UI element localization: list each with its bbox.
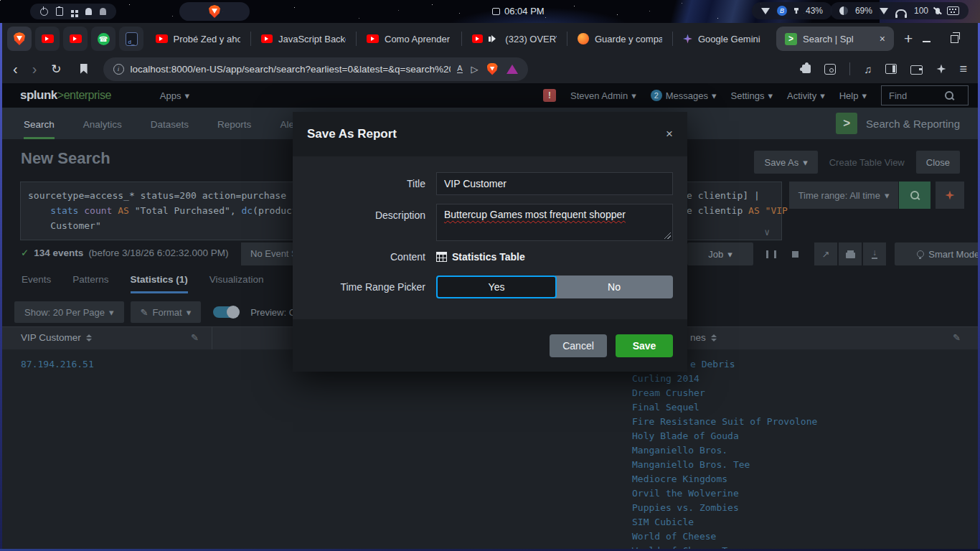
close-modal-icon[interactable]: × — [666, 127, 673, 141]
pause-icon[interactable] — [766, 250, 776, 258]
tab-como-aprender[interactable]: Como Aprender — [358, 27, 460, 51]
product-name-cell[interactable]: Final Sequel — [632, 402, 699, 413]
brave-rewards-icon[interactable] — [507, 65, 518, 74]
product-name-cell[interactable]: Fire Resistance Suit of Provolone — [632, 416, 817, 427]
settings-menu[interactable]: Settings ▾ — [731, 90, 773, 101]
url-bar[interactable]: i localhost:8000/en-US/app/search/search… — [103, 57, 528, 81]
tab-javascript-backend[interactable]: JavaScript Backe — [253, 27, 354, 51]
tab-splunk-search-active[interactable]: > Search | Spl × — [776, 27, 894, 51]
save-as-button[interactable]: Save As ▾ — [754, 151, 817, 174]
save-button[interactable]: Save — [616, 334, 673, 357]
reload-icon[interactable]: ↻ — [51, 62, 61, 77]
find-input[interactable] — [887, 90, 941, 102]
preview-toggle[interactable] — [213, 306, 239, 318]
export-button[interactable]: ↓ — [863, 242, 886, 265]
share-button[interactable]: ↗ — [814, 242, 837, 265]
restore-icon[interactable] — [951, 35, 958, 43]
product-name-cell[interactable]: Mediocre Kingdoms — [632, 474, 727, 484]
dock-brave-launcher[interactable] — [179, 2, 250, 21]
pinned-tab-app[interactable]: d_ — [119, 27, 143, 51]
minimize-icon[interactable] — [923, 35, 930, 42]
trp-no-button[interactable]: No — [555, 276, 673, 298]
clock[interactable]: 06:04 PM — [492, 6, 545, 17]
tab-patterns[interactable]: Patterns — [72, 274, 108, 293]
product-name-cell[interactable]: Puppies vs. Zombies — [632, 502, 739, 513]
product-name-cell[interactable]: Dream Crusher — [632, 387, 705, 398]
leo-ai-icon[interactable] — [936, 65, 946, 74]
column-header-product-names[interactable]: nes — [690, 332, 717, 343]
send-tab-icon[interactable]: ▷ — [471, 64, 479, 75]
tab-splunk-docs[interactable]: Guarde y compa — [569, 27, 671, 51]
nav-item-analytics[interactable]: Analytics — [83, 119, 122, 139]
nav-item-reports[interactable]: Reports — [217, 119, 251, 139]
back-icon[interactable]: ‹ — [13, 61, 18, 77]
media-icon[interactable]: ♫ — [864, 63, 872, 75]
help-menu[interactable]: Help ▾ — [839, 90, 867, 101]
pinned-tab-whatsapp[interactable]: ☎ — [91, 27, 116, 51]
extensions-icon[interactable] — [802, 65, 811, 73]
cancel-button[interactable]: Cancel — [550, 334, 607, 357]
edit-column-icon[interactable]: ✎ — [953, 332, 961, 343]
wallet-icon[interactable] — [910, 65, 923, 75]
tab-probe-zed[interactable]: Probé Zed y aho — [147, 27, 249, 51]
close-tab-icon[interactable]: × — [880, 33, 885, 44]
app-switcher[interactable]: > Search & Reporting — [836, 113, 960, 139]
find-box[interactable] — [881, 85, 969, 105]
clipboard-icon[interactable] — [56, 7, 63, 16]
translate-icon[interactable]: A — [457, 65, 462, 73]
tab-events[interactable]: Events — [22, 274, 51, 293]
create-table-view-button[interactable]: Create Table View — [829, 157, 905, 168]
product-name-cell[interactable]: Holy Blade of Gouda — [632, 430, 739, 441]
tab-statistics[interactable]: Statistics (1) — [131, 274, 188, 293]
pinned-tab-youtube-2[interactable] — [63, 27, 88, 51]
product-name-cell[interactable]: SIM Cubicle — [632, 517, 694, 527]
report-description-textarea[interactable]: Buttercup Games most frequent shopper — [436, 204, 673, 241]
expand-query-icon[interactable]: ∨ — [764, 225, 770, 240]
grid-icon[interactable] — [71, 10, 74, 13]
sidebar-icon[interactable] — [885, 64, 897, 74]
user-menu[interactable]: Steven Admin ▾ — [570, 90, 636, 101]
pinned-tab-youtube-1[interactable] — [35, 27, 60, 51]
run-search-button[interactable] — [899, 182, 930, 209]
search-tabs-icon[interactable] — [824, 64, 836, 75]
tab-visualization[interactable]: Visualization — [209, 274, 264, 293]
ai-assistant-button[interactable] — [936, 182, 964, 209]
per-page-button[interactable]: Show: 20 Per Page ▾ — [14, 301, 124, 323]
nav-item-search[interactable]: Search — [24, 119, 55, 139]
activity-menu[interactable]: Activity ▾ — [787, 90, 825, 101]
vip-customer-cell[interactable]: 87.194.216.51 — [21, 359, 94, 369]
apps-menu[interactable]: Apps ▾ — [160, 90, 189, 101]
edit-column-icon[interactable]: ✎ — [191, 332, 199, 343]
format-button[interactable]: ✎ Format ▾ — [131, 301, 202, 323]
time-range-picker[interactable]: Time range: All time ▾ — [789, 182, 898, 209]
messages-menu[interactable]: 2 Messages ▾ — [651, 90, 717, 101]
new-tab-button[interactable]: + — [904, 30, 913, 47]
report-title-input[interactable] — [436, 172, 673, 195]
job-menu[interactable]: Job ▾ — [687, 242, 753, 265]
product-name-cell[interactable]: Orvil the Wolverine — [632, 488, 739, 499]
product-name-cell[interactable]: e Debris — [690, 359, 735, 369]
power-icon[interactable] — [40, 8, 48, 16]
status-tray-media[interactable]: 69% 100 — [830, 2, 969, 19]
forward-icon[interactable]: › — [32, 61, 37, 77]
ghost-icon-2[interactable] — [100, 8, 106, 15]
pinned-tab-brave[interactable] — [7, 27, 32, 51]
product-name-cell[interactable]: Curling 2014 — [632, 373, 699, 384]
ghost-icon[interactable] — [85, 8, 92, 15]
close-search-button[interactable]: Close — [916, 151, 960, 174]
trp-yes-button[interactable]: Yes — [436, 276, 557, 298]
splunk-logo[interactable]: splunk>enterprise — [20, 88, 111, 103]
event-sampling-button[interactable]: No Event S — [241, 242, 293, 265]
bookmark-icon[interactable] — [80, 64, 88, 74]
menu-icon[interactable]: ≡ — [959, 62, 967, 77]
nav-item-datasets[interactable]: Datasets — [151, 119, 189, 139]
system-tray-left[interactable] — [30, 4, 116, 19]
stop-icon[interactable] — [792, 251, 798, 258]
site-info-icon[interactable]: i — [113, 64, 124, 75]
product-name-cell[interactable]: Manganiello Bros. — [632, 445, 727, 456]
search-mode-button[interactable]: Smart Mode ▾ — [895, 242, 980, 265]
column-header-vip-customer[interactable]: VIP Customer — [21, 332, 92, 343]
brave-shield-icon[interactable] — [487, 63, 498, 75]
product-name-cell[interactable]: Manganiello Bros. Tee — [632, 459, 750, 470]
tab-google-gemini[interactable]: Google Gemini — [674, 27, 776, 51]
